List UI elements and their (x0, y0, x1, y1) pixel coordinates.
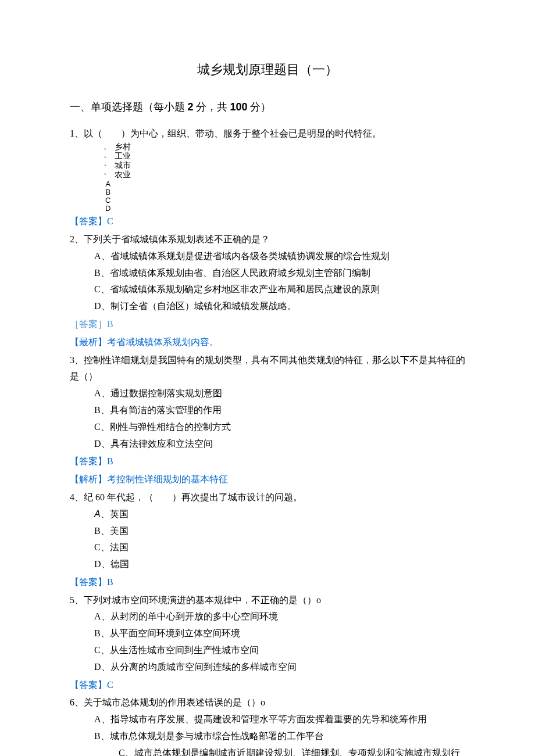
q4-options: A、英国 B、美国 C、法国 D、德国 (70, 506, 465, 573)
q4-opt-d: D、德国 (94, 556, 465, 573)
mark: 、 (104, 151, 111, 159)
question-2: 2、下列关于省域城镇体系规划表述不正确的是？ A、省域城镇体系规划是促进省域内各… (70, 231, 465, 315)
q1-opt-b: 工业 (115, 152, 131, 161)
q5-opt-b: B、从平面空间环境到立体空间环境 (94, 625, 465, 642)
q4-a-text: 、英国 (101, 509, 129, 519)
q4-text: 4、纪 60 年代起，（ ）再次提出了城市设计的问题。 (70, 489, 465, 506)
q2-opt-b: B、省域城镇体系规划由省、自治区人民政府城乡规划主管部门编制 (94, 265, 465, 282)
q3-opt-a: A、通过数据控制落实规划意图 (94, 385, 465, 402)
q4-a-letter: A (94, 509, 101, 519)
q3-analysis: 【解析】考控制性详细规划的基本特征 (70, 471, 465, 488)
points-total: 100 (230, 101, 248, 113)
question-5: 5、下列对城市空间环境演进的基本规律中，不正确的是（）o A、从封闭的单中心到开… (70, 592, 465, 676)
question-6: 6、关于城市总体规划的作用表述错误的是（）o A、指导城市有序发展、提高建设和管… (70, 694, 465, 756)
q5-opt-d: D、从分离的均质城市空间到连续的多样城市空间 (94, 659, 465, 676)
q1-answer: 【答案】C (70, 213, 465, 230)
q1-opt-d: 农业 (115, 170, 131, 180)
q3-opt-c: C、刚性与弹性相结合的控制方式 (94, 419, 465, 436)
q5-options: A、从封闭的单中心到开放的多中心空间环境 B、从平面空间环境到立体空间环境 C、… (70, 608, 465, 675)
doc-title: 城乡规划原理题目（一） (70, 58, 465, 81)
q2-text: 2、下列关于省域城镇体系规划表述不正确的是？ (70, 231, 465, 248)
q4-opt-a: A、英国 (94, 506, 465, 523)
q6-opt-c-text: C、城市总体规划是编制城市近期建设规划、详细规划、专项规划和实施城市规划行政管理… (119, 748, 460, 756)
q1-opt-a: 乡村 (115, 142, 131, 152)
q2-analysis: 【最析】考省域城镇体系规划内容。 (70, 334, 465, 351)
q6-opt-a: A、指导城市有序发展、提高建设和管理水平等方面发挥着重要的先导和统筹作用 (94, 711, 465, 728)
q2-opt-c: C、省域城镇体系规划确定乡村地区非农产业布局和居民点建设的原则 (94, 281, 465, 298)
section-label-pre: 一、单项选择题（每小题 (70, 101, 188, 113)
q5-opt-c: C、从生活性城市空间到生产性城市空间 (94, 642, 465, 659)
q6-options: A、指导城市有序发展、提高建设和管理水平等方面发挥着重要的先导和统筹作用 B、城… (70, 711, 465, 745)
q6-text: 6、关于城市总体规划的作用表述错误的是（）o (70, 694, 465, 711)
question-4: 4、纪 60 年代起，（ ）再次提出了城市设计的问题。 A、英国 B、美国 C、… (70, 489, 465, 573)
q3-answer: 【答案】B (70, 453, 465, 470)
q1-marks: 、 、 、 、 (104, 142, 111, 175)
q1-opt-c: 城市 (115, 161, 131, 170)
mark: 、 (104, 142, 111, 151)
q6-opt-b: B、城市总体规划是参与城市综合性战略部署的工作平台 (94, 728, 465, 745)
q4-answer: 【答案】B (70, 574, 465, 591)
q4-opt-c: C、法国 (94, 539, 465, 556)
q6-opt-c: C、城市总体规划是编制城市近期建设规划、详细规划、专项规划和实施城市规划行政管理… (94, 745, 465, 756)
q2-options: A、省域城镇体系规划是促进省域内各级各类城镇协调发展的综合性规划 B、省域城镇体… (70, 248, 465, 315)
q5-answer: 【答案】C (70, 677, 465, 694)
q2-opt-a: A、省域城镇体系规划是促进省域内各级各类城镇协调发展的综合性规划 (94, 248, 465, 265)
q3-text: 3、控制性详细规划是我国特有的规划类型，具有不同其他类规划的特征，那么以下不是其… (70, 352, 465, 386)
q5-text: 5、下列对城市空间环境演进的基本规律中，不正确的是（）o (70, 592, 465, 609)
q1-text: 1、以（ ）为中心，组织、带动、服务于整个社会已是明显的时代特征。 (70, 126, 465, 142)
section-label-post: 分） (248, 101, 272, 113)
mark: 、 (104, 167, 111, 175)
q1-options-block: 、 、 、 、 乡村 工业 城市 农业 ABCD (70, 142, 465, 212)
q2-answer: ［答案］B (70, 316, 465, 333)
section-label-mid: 分，共 (194, 101, 230, 113)
question-1: 1、以（ ）为中心，组织、带动、服务于整个社会已是明显的时代特征。 、 、 、 … (70, 126, 465, 212)
mark: 、 (104, 159, 111, 167)
q5-opt-a: A、从封闭的单中心到开放的多中心空间环境 (94, 608, 465, 625)
q3-opt-b: B、具有简洁的落实管理的作用 (94, 402, 465, 419)
question-3: 3、控制性详细规划是我国特有的规划类型，具有不同其他类规划的特征，那么以下不是其… (70, 352, 465, 453)
section-header: 一、单项选择题（每小题 2 分，共 100 分） (70, 98, 465, 116)
q1-option-texts: 乡村 工业 城市 农业 (115, 142, 131, 180)
q4-opt-b: B、美国 (94, 523, 465, 540)
points-each: 2 (188, 101, 194, 113)
q3-options: A、通过数据控制落实规划意图 B、具有简洁的落实管理的作用 C、刚性与弹性相结合… (70, 385, 465, 452)
q3-opt-d: D、具有法律效应和立法空间 (94, 436, 465, 453)
q1-letters: ABCD (104, 180, 112, 212)
q2-opt-d: D、制订全省（自治区）城镇化和城镇发展战略。 (94, 298, 465, 315)
